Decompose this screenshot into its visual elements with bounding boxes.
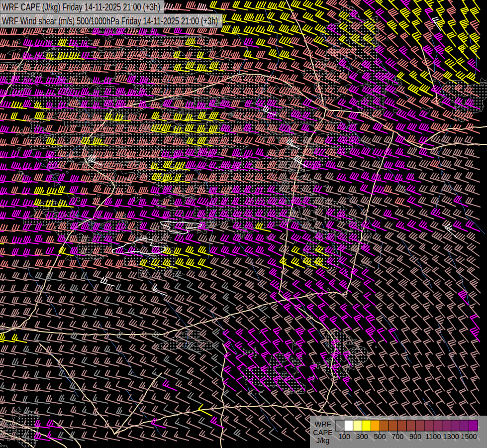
svg-text:WRF: WRF xyxy=(314,420,331,428)
svg-text:300: 300 xyxy=(356,433,368,441)
svg-text:WRF Wind shear (m/s) 500/1000h: WRF Wind shear (m/s) 500/1000hPa Friday … xyxy=(2,15,218,26)
svg-text:100: 100 xyxy=(338,433,350,441)
svg-text:1500: 1500 xyxy=(461,433,477,441)
svg-text:CAPE: CAPE xyxy=(313,429,333,437)
svg-text:1300: 1300 xyxy=(443,433,459,441)
svg-text:500: 500 xyxy=(374,433,386,441)
svg-text:J/kg: J/kg xyxy=(316,437,330,445)
svg-text:WRF CAPE (J/kg) Friday 14-11-2: WRF CAPE (J/kg) Friday 14-11-2025 21:00 … xyxy=(2,1,160,12)
svg-text:700: 700 xyxy=(391,433,403,441)
svg-text:1100: 1100 xyxy=(425,433,441,441)
svg-text:900: 900 xyxy=(409,433,421,441)
